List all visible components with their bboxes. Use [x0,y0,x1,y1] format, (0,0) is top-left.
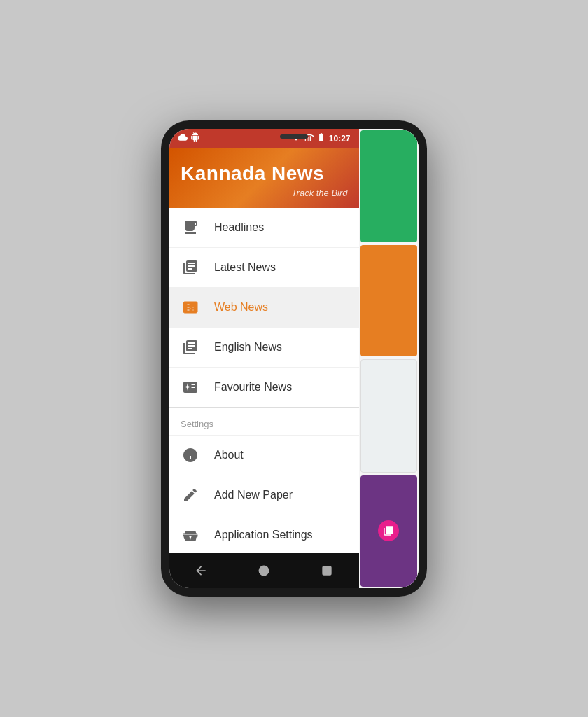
svg-rect-2 [308,137,309,141]
menu-item-add-new-paper[interactable]: Add New Paper [169,475,359,515]
svg-rect-3 [310,136,311,141]
menu-item-favourite-news[interactable]: Favourite News [169,368,359,408]
svg-point-4 [260,566,269,575]
menu-item-english-news[interactable]: English News [169,328,359,368]
app-subtitle: Track the Bird [181,188,348,198]
peek-icon-circle [378,520,399,541]
app-header: Kannada News Track the Bird [169,148,359,208]
menu-content: Headlines Latest News Web [169,208,359,553]
status-icons-left [178,132,200,145]
drawer-panel: 10:27 Kannada News Track the Bird Hea [169,129,359,588]
android-icon [190,132,200,145]
favourite-news-label: Favourite News [214,381,292,394]
nav-bar [169,553,359,588]
menu-item-latest-news[interactable]: Latest News [169,248,359,288]
menu-item-application-settings[interactable]: Application Settings [169,515,359,553]
settings-section-header: Settings [169,410,359,436]
battery-icon [316,132,326,145]
menu-item-about[interactable]: About [169,436,359,475]
peek-card-purple [360,475,417,587]
phone-speaker [280,134,308,139]
web-news-label: Web News [214,301,268,314]
favourite-news-icon [181,377,200,397]
menu-item-web-news[interactable]: Web News [169,288,359,328]
right-peek-area [359,129,419,588]
settings-icon [181,525,200,545]
peek-card-orange [360,245,417,357]
phone-screen: 10:27 Kannada News Track the Bird Hea [169,129,419,588]
latest-news-label: Latest News [214,261,276,274]
app-title: Kannada News [181,162,348,185]
newspaper-icon [181,218,200,237]
cloud-icon [178,132,188,145]
svg-rect-0 [305,139,306,141]
english-news-label: English News [214,341,282,354]
about-icon [181,445,200,465]
about-label: About [214,449,244,461]
svg-rect-5 [323,566,332,575]
recent-button[interactable] [316,560,337,581]
add-new-paper-label: Add New Paper [214,489,293,501]
headlines-label: Headlines [214,221,264,234]
status-time: 10:27 [329,134,351,144]
peek-card-green [360,130,417,242]
application-settings-label: Application Settings [214,529,313,541]
web-news-icon [181,298,200,317]
back-button[interactable] [190,560,211,581]
add-paper-icon [181,485,200,505]
peek-card-light [360,359,417,473]
home-button[interactable] [253,560,274,581]
status-bar: 10:27 [169,129,359,148]
menu-item-headlines[interactable]: Headlines [169,208,359,248]
english-news-icon [181,337,200,357]
phone-device: 10:27 Kannada News Track the Bird Hea [161,120,427,597]
news-list-icon [181,258,200,277]
